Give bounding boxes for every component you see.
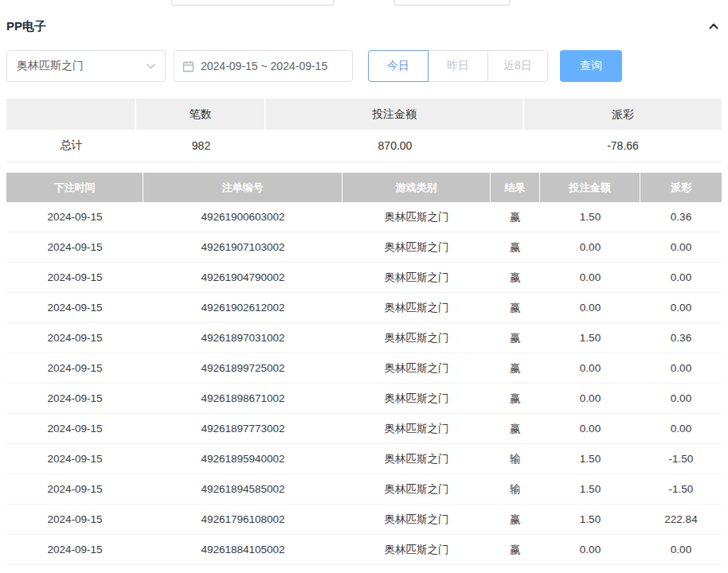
- cell-id: 49261899725002: [143, 353, 342, 383]
- header-game-type: 游戏类别: [342, 173, 491, 202]
- game-select[interactable]: 奥林匹斯之门: [6, 50, 166, 82]
- cell-time: 2024-09-15: [6, 414, 143, 443]
- table-row: 2024-09-1549261904790002奥林匹斯之门赢0.000.00: [6, 263, 722, 293]
- summary-header-amount: 投注金额: [266, 99, 524, 130]
- cell-amount: 1.50: [540, 505, 640, 534]
- cutoff-input-top-2: [394, 0, 510, 6]
- header-result: 结果: [491, 173, 540, 202]
- cell-game: 奥林匹斯之门: [342, 444, 491, 474]
- quick-button-today[interactable]: 今日: [368, 50, 429, 82]
- cell-payout: 0.00: [640, 293, 722, 322]
- cell-id: 49261900603002: [143, 202, 342, 232]
- cell-result: 赢: [491, 263, 540, 292]
- quick-button-yesterday[interactable]: 昨日: [428, 50, 488, 82]
- summary-table: 笔数 投注金额 派彩 总计 982 870.00 -78.66: [6, 99, 722, 162]
- cell-result: 赢: [491, 293, 540, 322]
- cell-result: 赢: [491, 535, 540, 564]
- cell-time: 2024-09-15: [6, 323, 143, 353]
- cell-payout: 0.00: [640, 384, 722, 413]
- table-row: 2024-09-1549261895940002奥林匹斯之门输1.50-1.50: [6, 444, 722, 474]
- cell-id: 49261796108002: [143, 505, 342, 534]
- calendar-icon: [182, 60, 194, 72]
- summary-header-row: 笔数 投注金额 派彩: [6, 99, 722, 130]
- cell-time: 2024-09-15: [6, 444, 143, 474]
- quick-date-button-group: 今日 昨日 近8日: [368, 50, 548, 82]
- cell-time: 2024-09-15: [6, 535, 143, 564]
- cell-game: 奥林匹斯之门: [342, 474, 491, 504]
- cell-payout: 0.00: [640, 232, 722, 262]
- header-bet-amount: 投注金额: [540, 173, 640, 202]
- cell-payout: 0.00: [640, 263, 722, 292]
- collapse-chevron-up-icon[interactable]: [707, 20, 720, 33]
- cell-amount: 0.00: [540, 232, 640, 262]
- cell-payout: 222.84: [640, 505, 722, 534]
- cell-amount: 0.00: [540, 414, 640, 443]
- summary-header-blank: [6, 99, 136, 130]
- cell-game: 奥林匹斯之门: [342, 353, 491, 383]
- summary-count: 982: [136, 130, 266, 162]
- cell-payout: 0.36: [640, 323, 722, 353]
- cell-amount: 0.00: [540, 353, 640, 383]
- cell-game: 奥林匹斯之门: [342, 202, 491, 232]
- table-row: 2024-09-1549261796108002奥林匹斯之门赢1.50222.8…: [6, 505, 722, 535]
- cell-game: 奥林匹斯之门: [342, 232, 491, 262]
- table-row: 2024-09-1549261902612002奥林匹斯之门赢0.000.00: [6, 293, 722, 323]
- cell-game: 奥林匹斯之门: [342, 414, 491, 443]
- cell-id: 49261884105002: [143, 535, 342, 564]
- cell-amount: 1.50: [540, 474, 640, 504]
- table-row: 2024-09-1549261897773002奥林匹斯之门赢0.000.00: [6, 414, 722, 444]
- page-content: PP电子 奥林匹斯之门 2024-09-15 ~ 2024-09-15 今日 昨…: [0, 18, 728, 565]
- cell-result: 赢: [491, 414, 540, 443]
- cell-id: 49261897773002: [143, 414, 342, 443]
- cell-id: 49261904790002: [143, 263, 342, 292]
- cell-result: 赢: [491, 323, 540, 353]
- cell-game: 奥林匹斯之门: [342, 293, 491, 322]
- cell-result: 赢: [491, 202, 540, 232]
- quick-button-last8days[interactable]: 近8日: [487, 50, 548, 82]
- cell-game: 奥林匹斯之门: [342, 384, 491, 413]
- summary-total-row: 总计 982 870.00 -78.66: [6, 130, 722, 162]
- page-title: PP电子: [6, 19, 46, 34]
- cell-payout: 0.00: [640, 414, 722, 443]
- chevron-down-icon: [147, 64, 155, 69]
- cell-id: 49261902612002: [143, 293, 342, 322]
- cell-result: 赢: [491, 384, 540, 413]
- table-row: 2024-09-1549261884105002奥林匹斯之门赢0.000.00: [6, 535, 722, 565]
- filter-row: 奥林匹斯之门 2024-09-15 ~ 2024-09-15 今日 昨日 近8日…: [6, 50, 722, 82]
- cell-result: 输: [491, 444, 540, 474]
- cell-result: 赢: [491, 232, 540, 262]
- header-bet-time: 下注时间: [6, 173, 143, 202]
- summary-header-count: 笔数: [136, 99, 266, 130]
- cell-payout: 0.36: [640, 202, 722, 232]
- cell-time: 2024-09-15: [6, 384, 143, 413]
- cell-game: 奥林匹斯之门: [342, 505, 491, 534]
- query-button[interactable]: 查询: [560, 50, 622, 82]
- cell-time: 2024-09-15: [6, 474, 143, 504]
- cell-amount: 0.00: [540, 293, 640, 322]
- table-row: 2024-09-1549261898671002奥林匹斯之门赢0.000.00: [6, 384, 722, 414]
- date-range-picker[interactable]: 2024-09-15 ~ 2024-09-15: [174, 50, 353, 82]
- cell-id: 49261898671002: [143, 384, 342, 413]
- cell-result: 输: [491, 474, 540, 504]
- summary-header-payout: 派彩: [524, 99, 722, 130]
- table-row: 2024-09-1549261900603002奥林匹斯之门赢1.500.36: [6, 202, 722, 232]
- cell-payout: 0.00: [640, 535, 722, 564]
- table-body: 2024-09-1549261900603002奥林匹斯之门赢1.500.362…: [6, 202, 722, 565]
- date-range-value: 2024-09-15 ~ 2024-09-15: [201, 60, 327, 72]
- section-header: PP电子: [6, 18, 722, 35]
- cell-id: 49261895940002: [143, 444, 342, 474]
- cell-amount: 1.50: [540, 323, 640, 353]
- cell-time: 2024-09-15: [6, 202, 143, 232]
- cell-time: 2024-09-15: [6, 263, 143, 292]
- cell-amount: 0.00: [540, 263, 640, 292]
- cell-id: 49261894585002: [143, 474, 342, 504]
- cell-amount: 0.00: [540, 535, 640, 564]
- game-select-value: 奥林匹斯之门: [17, 59, 84, 73]
- cell-amount: 1.50: [540, 444, 640, 474]
- cell-time: 2024-09-15: [6, 505, 143, 534]
- header-bet-id: 注单编号: [143, 173, 342, 202]
- cell-payout: 0.00: [640, 353, 722, 383]
- summary-total-label: 总计: [6, 130, 136, 162]
- cutoff-input-top-1: [171, 0, 334, 6]
- cell-time: 2024-09-15: [6, 353, 143, 383]
